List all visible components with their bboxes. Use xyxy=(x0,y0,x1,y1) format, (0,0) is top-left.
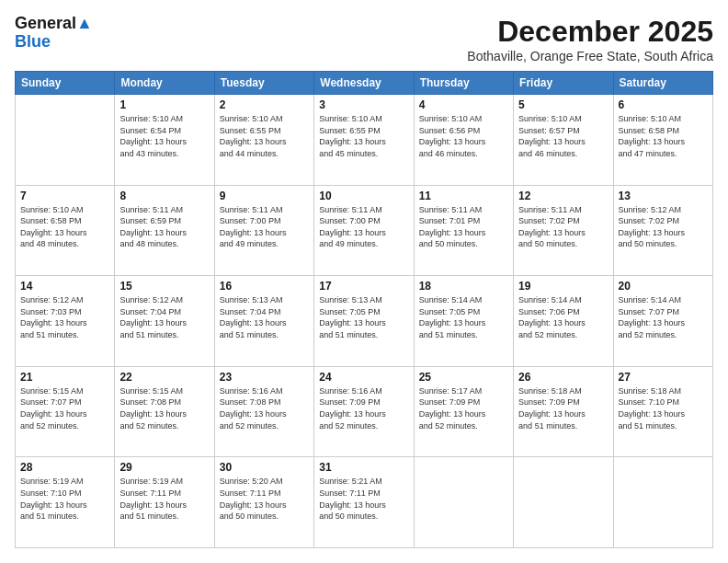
day-number: 20 xyxy=(619,280,708,293)
calendar-cell: 20Sunrise: 5:14 AM Sunset: 7:07 PM Dayli… xyxy=(613,276,712,367)
day-info: Sunrise: 5:19 AM Sunset: 7:10 PM Dayligh… xyxy=(20,476,109,522)
day-info: Sunrise: 5:14 AM Sunset: 7:07 PM Dayligh… xyxy=(619,294,708,340)
logo: General▲ Blue xyxy=(15,15,93,52)
day-info: Sunrise: 5:15 AM Sunset: 7:08 PM Dayligh… xyxy=(119,385,209,431)
calendar-cell xyxy=(414,457,513,548)
day-number: 10 xyxy=(319,190,408,202)
logo-blue: Blue xyxy=(15,33,93,52)
day-info: Sunrise: 5:14 AM Sunset: 7:05 PM Dayligh… xyxy=(419,294,508,340)
calendar-cell: 10Sunrise: 5:11 AM Sunset: 7:00 PM Dayli… xyxy=(314,185,414,276)
day-info: Sunrise: 5:18 AM Sunset: 7:10 PM Dayligh… xyxy=(619,385,708,431)
day-info: Sunrise: 5:11 AM Sunset: 6:59 PM Dayligh… xyxy=(119,204,209,250)
day-info: Sunrise: 5:10 AM Sunset: 6:58 PM Dayligh… xyxy=(619,113,708,159)
day-info: Sunrise: 5:11 AM Sunset: 7:00 PM Dayligh… xyxy=(319,204,408,250)
day-number: 6 xyxy=(619,98,708,111)
day-header-thursday: Thursday xyxy=(414,72,513,95)
day-info: Sunrise: 5:14 AM Sunset: 7:06 PM Dayligh… xyxy=(518,294,608,340)
day-number: 3 xyxy=(319,98,408,111)
day-number: 24 xyxy=(319,371,408,384)
calendar-table: SundayMondayTuesdayWednesdayThursdayFrid… xyxy=(15,71,713,548)
day-info: Sunrise: 5:20 AM Sunset: 7:11 PM Dayligh… xyxy=(220,476,309,522)
day-number: 1 xyxy=(119,98,209,111)
day-number: 30 xyxy=(220,461,309,474)
day-number: 18 xyxy=(419,280,508,293)
day-number: 23 xyxy=(220,371,309,384)
calendar-cell: 16Sunrise: 5:13 AM Sunset: 7:04 PM Dayli… xyxy=(214,276,313,367)
subtitle: Bothaville, Orange Free State, South Afr… xyxy=(467,49,713,63)
day-header-sunday: Sunday xyxy=(16,72,115,95)
day-header-saturday: Saturday xyxy=(613,72,712,95)
calendar-cell: 7Sunrise: 5:10 AM Sunset: 6:58 PM Daylig… xyxy=(16,185,115,276)
day-info: Sunrise: 5:10 AM Sunset: 6:56 PM Dayligh… xyxy=(419,113,508,159)
calendar-cell: 19Sunrise: 5:14 AM Sunset: 7:06 PM Dayli… xyxy=(514,276,613,367)
calendar-cell: 24Sunrise: 5:16 AM Sunset: 7:09 PM Dayli… xyxy=(314,366,414,457)
week-row-3: 14Sunrise: 5:12 AM Sunset: 7:03 PM Dayli… xyxy=(16,276,713,367)
day-number: 25 xyxy=(419,371,508,384)
day-number: 13 xyxy=(619,190,708,202)
day-info: Sunrise: 5:21 AM Sunset: 7:11 PM Dayligh… xyxy=(319,476,408,522)
day-number: 22 xyxy=(119,371,209,384)
calendar-cell: 22Sunrise: 5:15 AM Sunset: 7:08 PM Dayli… xyxy=(115,366,214,457)
calendar-header-row: SundayMondayTuesdayWednesdayThursdayFrid… xyxy=(16,72,713,95)
calendar-cell: 15Sunrise: 5:12 AM Sunset: 7:04 PM Dayli… xyxy=(115,276,214,367)
calendar-cell: 17Sunrise: 5:13 AM Sunset: 7:05 PM Dayli… xyxy=(314,276,414,367)
day-number: 19 xyxy=(518,280,608,293)
day-header-monday: Monday xyxy=(115,72,214,95)
logo-general: General xyxy=(15,14,76,32)
day-number: 8 xyxy=(119,190,209,202)
calendar-cell: 18Sunrise: 5:14 AM Sunset: 7:05 PM Dayli… xyxy=(414,276,513,367)
week-row-4: 21Sunrise: 5:15 AM Sunset: 7:07 PM Dayli… xyxy=(16,366,713,457)
day-number: 31 xyxy=(319,461,408,474)
day-info: Sunrise: 5:12 AM Sunset: 7:04 PM Dayligh… xyxy=(119,294,209,340)
calendar-cell: 5Sunrise: 5:10 AM Sunset: 6:57 PM Daylig… xyxy=(514,95,613,186)
title-block: December 2025 Bothaville, Orange Free St… xyxy=(467,15,713,63)
calendar-cell: 14Sunrise: 5:12 AM Sunset: 7:03 PM Dayli… xyxy=(16,276,115,367)
day-info: Sunrise: 5:10 AM Sunset: 6:54 PM Dayligh… xyxy=(119,113,209,159)
day-number: 21 xyxy=(20,371,109,384)
calendar-cell: 8Sunrise: 5:11 AM Sunset: 6:59 PM Daylig… xyxy=(115,185,214,276)
calendar-cell: 9Sunrise: 5:11 AM Sunset: 7:00 PM Daylig… xyxy=(214,185,313,276)
day-info: Sunrise: 5:12 AM Sunset: 7:03 PM Dayligh… xyxy=(20,294,109,340)
day-header-wednesday: Wednesday xyxy=(314,72,414,95)
day-info: Sunrise: 5:19 AM Sunset: 7:11 PM Dayligh… xyxy=(119,476,209,522)
page: General▲ Blue December 2025 Bothaville, … xyxy=(0,0,728,563)
day-number: 16 xyxy=(220,280,309,293)
day-number: 17 xyxy=(319,280,408,293)
calendar-cell: 25Sunrise: 5:17 AM Sunset: 7:09 PM Dayli… xyxy=(414,366,513,457)
day-info: Sunrise: 5:16 AM Sunset: 7:08 PM Dayligh… xyxy=(220,385,309,431)
day-info: Sunrise: 5:11 AM Sunset: 7:01 PM Dayligh… xyxy=(419,204,508,250)
header: General▲ Blue December 2025 Bothaville, … xyxy=(15,15,713,63)
calendar-cell: 3Sunrise: 5:10 AM Sunset: 6:55 PM Daylig… xyxy=(314,95,414,186)
day-info: Sunrise: 5:18 AM Sunset: 7:09 PM Dayligh… xyxy=(518,385,608,431)
day-info: Sunrise: 5:16 AM Sunset: 7:09 PM Dayligh… xyxy=(319,385,408,431)
calendar-cell: 13Sunrise: 5:12 AM Sunset: 7:02 PM Dayli… xyxy=(613,185,712,276)
day-info: Sunrise: 5:11 AM Sunset: 7:00 PM Dayligh… xyxy=(220,204,309,250)
calendar-cell: 11Sunrise: 5:11 AM Sunset: 7:01 PM Dayli… xyxy=(414,185,513,276)
day-info: Sunrise: 5:10 AM Sunset: 6:55 PM Dayligh… xyxy=(319,113,408,159)
day-info: Sunrise: 5:15 AM Sunset: 7:07 PM Dayligh… xyxy=(20,385,109,431)
day-info: Sunrise: 5:12 AM Sunset: 7:02 PM Dayligh… xyxy=(619,204,708,250)
calendar-cell: 27Sunrise: 5:18 AM Sunset: 7:10 PM Dayli… xyxy=(613,366,712,457)
calendar-cell: 2Sunrise: 5:10 AM Sunset: 6:55 PM Daylig… xyxy=(214,95,313,186)
calendar-cell: 30Sunrise: 5:20 AM Sunset: 7:11 PM Dayli… xyxy=(214,457,313,548)
calendar-cell: 31Sunrise: 5:21 AM Sunset: 7:11 PM Dayli… xyxy=(314,457,414,548)
calendar-cell: 4Sunrise: 5:10 AM Sunset: 6:56 PM Daylig… xyxy=(414,95,513,186)
day-header-friday: Friday xyxy=(514,72,613,95)
day-info: Sunrise: 5:13 AM Sunset: 7:05 PM Dayligh… xyxy=(319,294,408,340)
day-info: Sunrise: 5:11 AM Sunset: 7:02 PM Dayligh… xyxy=(518,204,608,250)
day-info: Sunrise: 5:17 AM Sunset: 7:09 PM Dayligh… xyxy=(419,385,508,431)
day-info: Sunrise: 5:13 AM Sunset: 7:04 PM Dayligh… xyxy=(220,294,309,340)
day-number: 28 xyxy=(20,461,109,474)
main-title: December 2025 xyxy=(467,15,713,49)
day-number: 7 xyxy=(20,190,109,202)
day-number: 27 xyxy=(619,371,708,384)
day-info: Sunrise: 5:10 AM Sunset: 6:58 PM Dayligh… xyxy=(20,204,109,250)
day-number: 14 xyxy=(20,280,109,293)
day-number: 2 xyxy=(220,98,309,111)
day-number: 12 xyxy=(518,190,608,202)
day-info: Sunrise: 5:10 AM Sunset: 6:55 PM Dayligh… xyxy=(220,113,309,159)
calendar-cell: 6Sunrise: 5:10 AM Sunset: 6:58 PM Daylig… xyxy=(613,95,712,186)
calendar-cell xyxy=(16,95,115,186)
calendar-cell: 29Sunrise: 5:19 AM Sunset: 7:11 PM Dayli… xyxy=(115,457,214,548)
day-header-tuesday: Tuesday xyxy=(214,72,313,95)
